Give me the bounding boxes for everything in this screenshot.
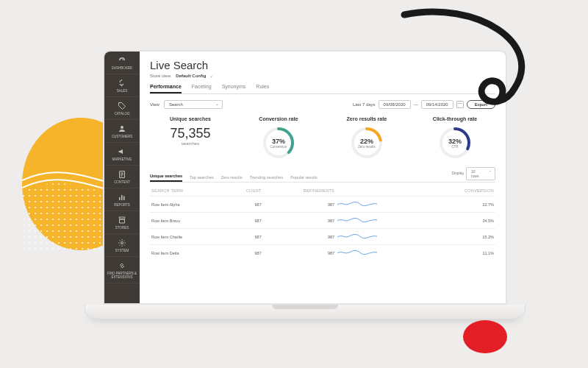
calendar-icon[interactable] (456, 101, 464, 108)
inner-tab-zero[interactable]: Zero results (221, 175, 243, 182)
view-label: View (150, 102, 159, 107)
user-icon (118, 124, 126, 133)
card-ctr: Click-through rate 32%CTR (415, 116, 495, 160)
date-from[interactable]: 09/08/2020 (379, 100, 411, 109)
gear-icon (118, 238, 126, 247)
donut-ctr: 32%CTR (438, 126, 472, 160)
card-value: 75,355 (150, 126, 231, 141)
chevron-down-icon: ⌄ (209, 74, 213, 78)
card-title: Click-through rate (415, 116, 495, 121)
tab-performance[interactable]: Performance (150, 84, 182, 93)
donut-zero: 22%Zero results (350, 126, 384, 160)
date-to[interactable]: 09/14/2020 (421, 100, 453, 109)
store-view-label: Store view: (150, 74, 172, 78)
svg-rect-3 (119, 197, 121, 200)
tag-icon (118, 102, 126, 110)
cell-spark (336, 197, 426, 213)
cell-term: Row Item Delta (150, 245, 223, 261)
date-dash: — (414, 102, 418, 107)
decorative-red-dot (463, 320, 507, 353)
sidebar-item-system[interactable]: SYSTEM (104, 234, 140, 257)
laptop-mockup: DASHBOARD SALES CATALOG CUSTOMERS MARKET… (103, 50, 507, 322)
export-button[interactable]: Export (467, 100, 495, 109)
card-title: Unique searches (150, 116, 231, 121)
metric-cards: Unique searches 75,355 searches Conversi… (150, 116, 495, 160)
cell-conv: 11.1% (426, 245, 495, 261)
date-range-label: Last 7 days (353, 102, 376, 107)
donut-conversion: 37%Conversion (262, 126, 295, 160)
tab-synonyms[interactable]: Synonyms (222, 84, 246, 93)
cell-count: 987 (223, 245, 262, 261)
cell-ref: 987 (263, 213, 336, 229)
main-panel: Live Search Store view: Default Config ⌄… (140, 52, 506, 303)
table-tabs: Unique searches Top searches Zero result… (150, 167, 495, 183)
table-row[interactable]: Row Item Bravo98798734.5% (150, 213, 495, 229)
doc-icon (118, 170, 126, 179)
cell-spark (336, 213, 426, 229)
card-sub: searches (150, 141, 231, 146)
cell-ref: 987 (263, 229, 336, 245)
col-conv: CONVERSION (426, 185, 495, 197)
cell-conv: 34.5% (426, 213, 495, 229)
bars-icon (118, 193, 126, 202)
inner-tab-top[interactable]: Top searches (190, 175, 214, 182)
link-icon (118, 261, 126, 270)
cell-spark (336, 245, 426, 261)
card-unique-searches: Unique searches 75,355 searches (150, 116, 231, 160)
sidebar-item-customers[interactable]: CUSTOMERS (104, 120, 140, 143)
sidebar-item-dashboard[interactable]: DASHBOARD (104, 52, 140, 74)
inner-tab-trending[interactable]: Trending searches (250, 175, 283, 182)
laptop-base (85, 305, 526, 319)
store-icon (118, 216, 126, 224)
table-row[interactable]: Row Item Delta98798711.1% (150, 245, 495, 261)
cell-term: Row Item Charlie (150, 229, 223, 245)
svg-rect-4 (121, 195, 123, 200)
sidebar-item-sales[interactable]: SALES (104, 74, 140, 97)
table-row[interactable]: Row Item Alpha98798722.7% (150, 197, 495, 213)
cell-spark (336, 229, 426, 245)
tab-faceting[interactable]: Faceting (192, 84, 212, 93)
col-ref: REFINEMENTS (263, 185, 336, 197)
sidebar-item-stores[interactable]: STORES (104, 211, 140, 234)
page-title: Live Search (150, 59, 495, 71)
card-title: Conversion rate (238, 116, 319, 121)
sidebar-item-reports[interactable]: REPORTS (104, 188, 140, 211)
col-term: SEARCH TERM (150, 185, 223, 197)
rows-select[interactable]: 10 rows (466, 167, 495, 180)
display-label: Display (452, 171, 464, 177)
view-select[interactable]: Search (164, 100, 223, 109)
col-count: COUNT (223, 185, 262, 197)
megaphone-icon (118, 147, 126, 156)
primary-tabs: Performance Faceting Synonyms Rules (150, 84, 495, 94)
inner-tab-popular[interactable]: Popular results (290, 175, 318, 182)
sidebar-item-content[interactable]: CONTENT (104, 166, 140, 188)
toolbar: View Search Last 7 days 09/08/2020 — 09/… (150, 100, 495, 109)
card-zero-results: Zero results rate 22%Zero results (326, 116, 407, 160)
cell-term: Row Item Bravo (150, 213, 223, 229)
cell-ref: 987 (263, 197, 336, 213)
cell-term: Row Item Alpha (150, 197, 223, 213)
cell-count: 987 (223, 229, 262, 245)
cell-conv: 15.2% (426, 229, 495, 245)
results-table: SEARCH TERM COUNT REFINEMENTS CONVERSION… (150, 185, 495, 261)
cell-count: 987 (223, 213, 262, 229)
card-conversion-rate: Conversion rate 37%Conversion (238, 116, 319, 160)
store-view-selector[interactable]: Store view: Default Config ⌄ (150, 73, 495, 78)
tab-rules[interactable]: Rules (256, 84, 269, 93)
dollar-icon (118, 79, 126, 88)
table-row[interactable]: Row Item Charlie98798715.2% (150, 229, 495, 245)
svg-point-1 (121, 126, 123, 129)
cell-conv: 22.7% (426, 197, 495, 213)
cell-count: 987 (223, 197, 262, 213)
sidebar-item-marketing[interactable]: MARKETING (104, 143, 140, 166)
sidebar-item-catalog[interactable]: CATALOG (104, 97, 140, 120)
card-title: Zero results rate (326, 116, 407, 121)
svg-rect-5 (123, 197, 125, 201)
cell-ref: 987 (263, 245, 336, 261)
sidebar-item-partners[interactable]: FIND PARTNERS & EXTENSIONS (104, 257, 140, 283)
svg-point-6 (121, 242, 123, 244)
gauge-icon (118, 56, 126, 65)
admin-sidebar: DASHBOARD SALES CATALOG CUSTOMERS MARKET… (104, 52, 140, 303)
inner-tab-unique[interactable]: Unique searches (150, 174, 182, 182)
store-view-value: Default Config (176, 74, 206, 78)
